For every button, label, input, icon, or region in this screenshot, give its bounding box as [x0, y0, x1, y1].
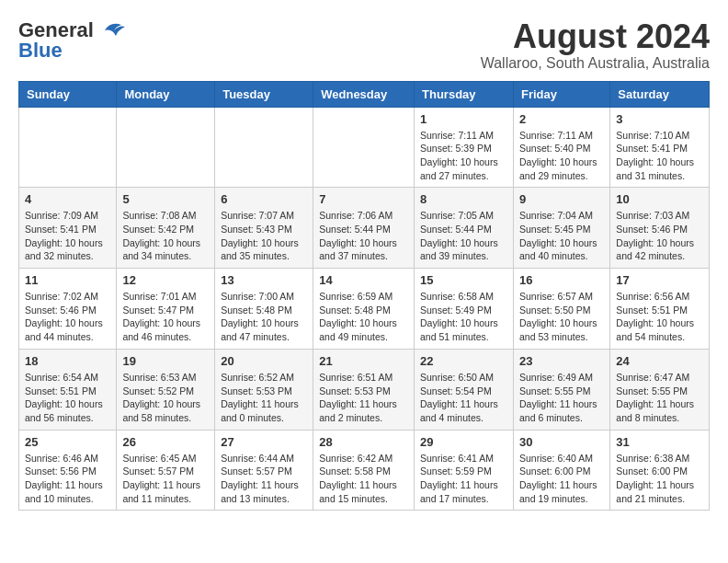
calendar-cell: 7Sunrise: 7:06 AM Sunset: 5:44 PM Daylig… — [313, 188, 415, 269]
calendar-cell: 10Sunrise: 7:03 AM Sunset: 5:46 PM Dayli… — [610, 188, 710, 269]
calendar-cell: 19Sunrise: 6:53 AM Sunset: 5:52 PM Dayli… — [117, 349, 215, 430]
day-number: 5 — [122, 192, 209, 206]
month-title: August 2024 — [481, 18, 710, 55]
day-info: Sunrise: 7:11 AM Sunset: 5:40 PM Dayligh… — [519, 129, 604, 183]
day-number: 24 — [616, 354, 703, 368]
calendar-cell: 13Sunrise: 7:00 AM Sunset: 5:48 PM Dayli… — [215, 269, 313, 350]
calendar-cell: 23Sunrise: 6:49 AM Sunset: 5:55 PM Dayli… — [513, 349, 609, 430]
day-info: Sunrise: 6:44 AM Sunset: 5:57 PM Dayligh… — [221, 452, 307, 506]
calendar-cell: 2Sunrise: 7:11 AM Sunset: 5:40 PM Daylig… — [513, 107, 609, 188]
day-info: Sunrise: 7:01 AM Sunset: 5:47 PM Dayligh… — [122, 290, 209, 344]
day-number: 6 — [221, 192, 307, 206]
page-header: General Blue August 2024 Wallaroo, South… — [18, 18, 710, 72]
weekday-header-monday: Monday — [117, 81, 215, 107]
day-number: 13 — [221, 273, 307, 287]
calendar-cell: 24Sunrise: 6:47 AM Sunset: 5:55 PM Dayli… — [610, 349, 710, 430]
day-info: Sunrise: 6:38 AM Sunset: 6:00 PM Dayligh… — [616, 452, 703, 506]
calendar-cell: 21Sunrise: 6:51 AM Sunset: 5:53 PM Dayli… — [313, 349, 415, 430]
day-number: 16 — [519, 273, 604, 287]
day-info: Sunrise: 7:02 AM Sunset: 5:46 PM Dayligh… — [25, 290, 110, 344]
calendar-cell: 25Sunrise: 6:46 AM Sunset: 5:56 PM Dayli… — [19, 430, 117, 511]
location-title: Wallaroo, South Australia, Australia — [481, 55, 710, 72]
day-number: 2 — [519, 112, 604, 126]
day-number: 17 — [616, 273, 703, 287]
calendar-cell — [313, 107, 415, 188]
calendar-cell: 20Sunrise: 6:52 AM Sunset: 5:53 PM Dayli… — [215, 349, 313, 430]
calendar-cell: 3Sunrise: 7:10 AM Sunset: 5:41 PM Daylig… — [610, 107, 710, 188]
day-info: Sunrise: 6:59 AM Sunset: 5:48 PM Dayligh… — [319, 290, 408, 344]
weekday-header-tuesday: Tuesday — [215, 81, 313, 107]
calendar-cell: 8Sunrise: 7:05 AM Sunset: 5:44 PM Daylig… — [415, 188, 514, 269]
day-number: 9 — [519, 192, 604, 206]
day-number: 19 — [122, 354, 209, 368]
day-info: Sunrise: 7:11 AM Sunset: 5:39 PM Dayligh… — [420, 129, 507, 183]
calendar-cell: 29Sunrise: 6:41 AM Sunset: 5:59 PM Dayli… — [415, 430, 514, 511]
day-number: 27 — [221, 435, 307, 449]
day-number: 20 — [221, 354, 307, 368]
calendar-cell: 11Sunrise: 7:02 AM Sunset: 5:46 PM Dayli… — [19, 269, 117, 350]
day-number: 8 — [420, 192, 507, 206]
calendar-cell: 15Sunrise: 6:58 AM Sunset: 5:49 PM Dayli… — [415, 269, 514, 350]
day-number: 14 — [319, 273, 408, 287]
day-number: 22 — [420, 354, 507, 368]
day-info: Sunrise: 6:52 AM Sunset: 5:53 PM Dayligh… — [221, 371, 307, 425]
day-number: 12 — [122, 273, 209, 287]
day-info: Sunrise: 6:45 AM Sunset: 5:57 PM Dayligh… — [122, 452, 209, 506]
day-number: 7 — [319, 192, 408, 206]
day-info: Sunrise: 7:06 AM Sunset: 5:44 PM Dayligh… — [319, 209, 408, 263]
day-info: Sunrise: 6:56 AM Sunset: 5:51 PM Dayligh… — [616, 290, 703, 344]
day-info: Sunrise: 6:53 AM Sunset: 5:52 PM Dayligh… — [122, 371, 209, 425]
day-info: Sunrise: 7:10 AM Sunset: 5:41 PM Dayligh… — [616, 129, 703, 183]
day-number: 31 — [616, 435, 703, 449]
calendar-cell: 31Sunrise: 6:38 AM Sunset: 6:00 PM Dayli… — [610, 430, 710, 511]
day-info: Sunrise: 6:49 AM Sunset: 5:55 PM Dayligh… — [519, 371, 604, 425]
calendar-cell: 1Sunrise: 7:11 AM Sunset: 5:39 PM Daylig… — [415, 107, 514, 188]
day-number: 3 — [616, 112, 703, 126]
day-info: Sunrise: 6:57 AM Sunset: 5:50 PM Dayligh… — [519, 290, 604, 344]
logo: General Blue — [18, 18, 125, 63]
day-info: Sunrise: 6:47 AM Sunset: 5:55 PM Dayligh… — [616, 371, 703, 425]
calendar-cell — [117, 107, 215, 188]
calendar-cell: 26Sunrise: 6:45 AM Sunset: 5:57 PM Dayli… — [117, 430, 215, 511]
weekday-header-thursday: Thursday — [415, 81, 514, 107]
day-info: Sunrise: 7:00 AM Sunset: 5:48 PM Dayligh… — [221, 290, 307, 344]
day-number: 25 — [25, 435, 110, 449]
calendar-cell: 30Sunrise: 6:40 AM Sunset: 6:00 PM Dayli… — [513, 430, 609, 511]
day-number: 18 — [25, 354, 110, 368]
day-info: Sunrise: 6:42 AM Sunset: 5:58 PM Dayligh… — [319, 452, 408, 506]
calendar-week-2: 4Sunrise: 7:09 AM Sunset: 5:41 PM Daylig… — [19, 188, 710, 269]
logo-blue-text: Blue — [18, 39, 63, 63]
day-number: 29 — [420, 435, 507, 449]
day-number: 28 — [319, 435, 408, 449]
weekday-header-wednesday: Wednesday — [313, 81, 415, 107]
calendar-cell: 18Sunrise: 6:54 AM Sunset: 5:51 PM Dayli… — [19, 349, 117, 430]
day-number: 23 — [519, 354, 604, 368]
calendar-week-1: 1Sunrise: 7:11 AM Sunset: 5:39 PM Daylig… — [19, 107, 710, 188]
day-info: Sunrise: 6:54 AM Sunset: 5:51 PM Dayligh… — [25, 371, 110, 425]
calendar-cell: 12Sunrise: 7:01 AM Sunset: 5:47 PM Dayli… — [117, 269, 215, 350]
day-number: 15 — [420, 273, 507, 287]
day-number: 1 — [420, 112, 507, 126]
day-info: Sunrise: 7:07 AM Sunset: 5:43 PM Dayligh… — [221, 209, 307, 263]
calendar-week-3: 11Sunrise: 7:02 AM Sunset: 5:46 PM Dayli… — [19, 269, 710, 350]
calendar-cell: 6Sunrise: 7:07 AM Sunset: 5:43 PM Daylig… — [215, 188, 313, 269]
day-info: Sunrise: 7:08 AM Sunset: 5:42 PM Dayligh… — [122, 209, 209, 263]
weekday-header-friday: Friday — [513, 81, 609, 107]
calendar-cell — [19, 107, 117, 188]
calendar-cell: 22Sunrise: 6:50 AM Sunset: 5:54 PM Dayli… — [415, 349, 514, 430]
day-number: 11 — [25, 273, 110, 287]
calendar-week-4: 18Sunrise: 6:54 AM Sunset: 5:51 PM Dayli… — [19, 349, 710, 430]
calendar-cell: 5Sunrise: 7:08 AM Sunset: 5:42 PM Daylig… — [117, 188, 215, 269]
calendar-cell: 14Sunrise: 6:59 AM Sunset: 5:48 PM Dayli… — [313, 269, 415, 350]
day-info: Sunrise: 6:50 AM Sunset: 5:54 PM Dayligh… — [420, 371, 507, 425]
calendar-cell: 4Sunrise: 7:09 AM Sunset: 5:41 PM Daylig… — [19, 188, 117, 269]
calendar-cell — [215, 107, 313, 188]
day-info: Sunrise: 6:40 AM Sunset: 6:00 PM Dayligh… — [519, 452, 604, 506]
weekday-header-saturday: Saturday — [610, 81, 710, 107]
day-info: Sunrise: 7:05 AM Sunset: 5:44 PM Dayligh… — [420, 209, 507, 263]
calendar-cell: 28Sunrise: 6:42 AM Sunset: 5:58 PM Dayli… — [313, 430, 415, 511]
day-info: Sunrise: 6:41 AM Sunset: 5:59 PM Dayligh… — [420, 452, 507, 506]
calendar-week-5: 25Sunrise: 6:46 AM Sunset: 5:56 PM Dayli… — [19, 430, 710, 511]
day-number: 10 — [616, 192, 703, 206]
day-info: Sunrise: 7:09 AM Sunset: 5:41 PM Dayligh… — [25, 209, 110, 263]
